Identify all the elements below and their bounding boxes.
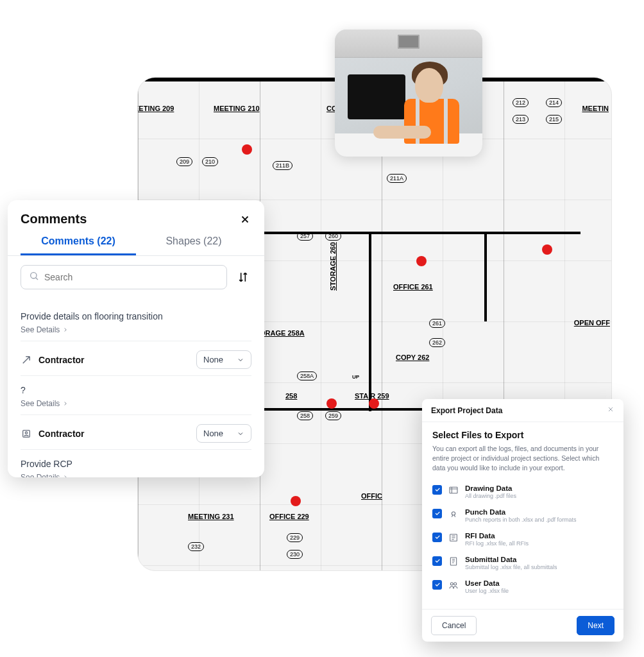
num-213: 213 xyxy=(513,115,529,124)
num-232: 232 xyxy=(188,542,204,551)
svg-point-2 xyxy=(25,432,27,434)
checkbox[interactable] xyxy=(432,580,442,590)
user-data-icon xyxy=(448,580,459,590)
see-details-link[interactable]: See Details xyxy=(21,473,251,477)
cancel-button[interactable]: Cancel xyxy=(431,616,477,635)
photo-card xyxy=(335,30,482,157)
marker-dot[interactable] xyxy=(416,256,427,266)
export-item[interactable]: Submittal DataSubmittal log .xlsx file, … xyxy=(432,551,613,575)
close-icon[interactable] xyxy=(607,405,614,415)
marker-dot[interactable] xyxy=(369,398,379,409)
svg-point-0 xyxy=(31,273,37,278)
marker-dot[interactable] xyxy=(291,496,301,506)
num-229: 229 xyxy=(287,533,303,542)
room-meeting-231: MEETING 231 xyxy=(188,513,234,520)
checkbox[interactable] xyxy=(432,533,442,542)
user-icon xyxy=(21,428,32,439)
comments-panel: Comments Comments (22) Shapes (22) Provi… xyxy=(8,200,264,477)
num-262: 262 xyxy=(429,338,445,347)
search-input[interactable] xyxy=(21,265,227,289)
assignee-select[interactable]: None xyxy=(196,424,251,443)
tab-shapes[interactable]: Shapes (22) xyxy=(136,235,251,255)
room-open-office: OPEN OFF xyxy=(574,319,610,327)
marker-dot[interactable] xyxy=(326,398,337,409)
room-meeting-209: EETING 209 xyxy=(137,105,174,112)
comment-title: Provide details on flooring transition xyxy=(21,311,251,321)
svg-rect-3 xyxy=(450,487,457,493)
assignee-select[interactable]: None xyxy=(196,350,251,369)
num-258: 258 xyxy=(297,411,313,420)
drawing-icon xyxy=(448,485,459,495)
svg-rect-6 xyxy=(450,558,456,565)
export-item[interactable]: User DataUser log .xlsx file xyxy=(432,575,613,599)
num-259: 259 xyxy=(325,411,341,420)
svg-point-7 xyxy=(450,583,453,585)
arrow-icon xyxy=(21,354,32,366)
section-description: You can export all the logs, files, and … xyxy=(432,444,613,474)
room-office-261: OFFICE 261 xyxy=(393,283,433,291)
label-up: UP xyxy=(352,374,359,380)
checkbox[interactable] xyxy=(432,485,442,495)
export-item[interactable]: RFI DataRFI log .xlsx file, all RFIs xyxy=(432,527,613,551)
export-item[interactable]: Punch DataPunch reports in both .xlsx an… xyxy=(432,504,613,527)
room-copy-262: COPY 262 xyxy=(396,354,429,361)
export-modal: Export Project Data Select Files to Expo… xyxy=(422,399,623,642)
submittal-icon xyxy=(448,556,459,567)
num-230: 230 xyxy=(287,550,303,559)
room-meetin: MEETIN xyxy=(582,105,609,112)
close-icon[interactable] xyxy=(239,213,251,226)
comment-text: ? xyxy=(21,385,251,395)
svg-point-4 xyxy=(452,511,455,515)
marker-dot[interactable] xyxy=(542,244,552,255)
comment-title: Provide RCP xyxy=(21,459,251,469)
num-211b: 211B xyxy=(273,161,292,170)
section-title: Select Files to Export xyxy=(432,430,613,440)
chevron-down-icon xyxy=(237,430,244,438)
modal-title: Export Project Data xyxy=(431,406,502,415)
num-260: 260 xyxy=(325,232,341,241)
sort-icon[interactable] xyxy=(235,269,251,286)
tab-comments[interactable]: Comments (22) xyxy=(21,235,136,255)
marker-dot[interactable] xyxy=(242,144,252,155)
room-meeting-210: MEETING 210 xyxy=(214,105,260,112)
export-item[interactable]: Drawing DataAll drawing .pdf files xyxy=(432,480,613,504)
room-office-229: OFFICE 229 xyxy=(269,513,309,520)
rfi-icon xyxy=(448,533,459,543)
search-icon xyxy=(29,271,39,284)
num-211a: 211A xyxy=(387,174,407,183)
num-215: 215 xyxy=(546,115,562,124)
num-209: 209 xyxy=(176,157,192,166)
room-258: 258 xyxy=(285,392,297,400)
num-212: 212 xyxy=(513,98,529,107)
num-210: 210 xyxy=(202,157,218,166)
num-214: 214 xyxy=(546,98,562,107)
room-offic: OFFIC xyxy=(361,492,382,500)
contractor-label: Contractor xyxy=(38,429,85,439)
see-details-link[interactable]: See Details xyxy=(21,399,251,408)
checkbox[interactable] xyxy=(432,509,442,518)
room-storage-258a: ORAGE 258A xyxy=(260,329,305,337)
svg-point-8 xyxy=(454,583,457,585)
punch-icon xyxy=(448,509,459,519)
chevron-down-icon xyxy=(237,356,244,364)
num-258a: 258A xyxy=(297,371,317,380)
num-261: 261 xyxy=(429,319,445,328)
see-details-link[interactable]: See Details xyxy=(21,325,251,334)
search-field[interactable] xyxy=(44,272,219,282)
room-storage-260: STORAGE 260 xyxy=(329,242,337,291)
num-257: 257 xyxy=(297,232,313,241)
contractor-label: Contractor xyxy=(38,355,85,365)
comments-title: Comments xyxy=(21,212,87,226)
checkbox[interactable] xyxy=(432,556,442,566)
next-button[interactable]: Next xyxy=(577,616,614,635)
